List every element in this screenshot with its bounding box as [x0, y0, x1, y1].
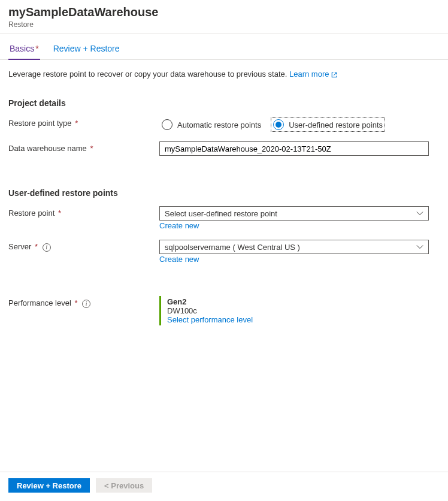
server-label: Server * i — [8, 240, 159, 252]
create-new-restore-point-link[interactable]: Create new — [159, 221, 199, 230]
required-asterisk: * — [56, 209, 61, 218]
create-new-server-link[interactable]: Create new — [159, 255, 199, 264]
page-header: mySampleDataWarehouse Restore — [0, 0, 448, 34]
radio-circle-icon — [273, 119, 284, 130]
page-subtitle: Restore — [8, 20, 440, 29]
info-icon[interactable]: i — [82, 300, 90, 308]
tab-basics-label: Basics — [10, 44, 34, 53]
performance-level-display: Gen2 DW100c Select performance level — [159, 296, 429, 325]
performance-gen: Gen2 — [167, 297, 429, 306]
chevron-down-icon — [416, 210, 423, 217]
footer-bar: Review + Restore < Previous — [0, 472, 448, 501]
radio-automatic-label: Automatic restore points — [177, 120, 261, 129]
tab-basics[interactable]: Basics* — [8, 43, 40, 59]
learn-more-link[interactable]: Learn more — [289, 70, 329, 79]
tab-review-restore-label: Review + Restore — [53, 44, 120, 53]
data-warehouse-name-input[interactable] — [159, 141, 429, 156]
required-asterisk: * — [35, 44, 38, 53]
tab-bar: Basics* Review + Restore — [0, 34, 448, 60]
previous-button: < Previous — [96, 478, 152, 493]
user-defined-heading: User-defined restore points — [8, 188, 440, 198]
info-icon[interactable]: i — [43, 243, 51, 252]
row-restore-point-type: Restore point type * Automatic restore p… — [8, 116, 440, 132]
server-select-value: sqlpoolservername ( West Central US ) — [165, 243, 300, 252]
project-details-heading: Project details — [8, 98, 440, 108]
required-asterisk: * — [72, 298, 78, 307]
performance-tier: DW100c — [167, 306, 429, 315]
description-text: Leverage restore point to recover or cop… — [8, 68, 440, 80]
required-asterisk: * — [88, 144, 93, 153]
review-restore-button[interactable]: Review + Restore — [8, 478, 90, 493]
row-data-warehouse-name: Data warehouse name * — [8, 141, 440, 156]
row-restore-point: Restore point * Select user-defined rest… — [8, 206, 440, 230]
required-asterisk: * — [32, 242, 38, 251]
tab-review-restore[interactable]: Review + Restore — [52, 43, 121, 59]
restore-point-type-label: Restore point type * — [8, 116, 159, 128]
row-server: Server * i sqlpoolservername ( West Cent… — [8, 240, 440, 264]
restore-point-select-placeholder: Select user-defined restore point — [165, 209, 277, 218]
restore-point-label: Restore point * — [8, 206, 159, 218]
performance-level-label: Performance level * i — [8, 296, 159, 308]
content-area: Leverage restore point to recover or cop… — [0, 60, 448, 325]
radio-automatic-restore-points[interactable]: Automatic restore points — [159, 117, 264, 132]
restore-point-select[interactable]: Select user-defined restore point — [159, 206, 429, 221]
radio-user-defined-restore-points[interactable]: User-defined restore points — [271, 117, 385, 132]
data-warehouse-name-label: Data warehouse name * — [8, 141, 159, 153]
radio-circle-icon — [162, 119, 172, 130]
required-asterisk: * — [73, 119, 78, 128]
page-title: mySampleDataWarehouse — [8, 4, 440, 20]
chevron-down-icon — [416, 243, 423, 251]
row-performance-level: Performance level * i Gen2 DW100c Select… — [8, 296, 440, 325]
radio-user-defined-label: User-defined restore points — [289, 120, 383, 129]
restore-point-type-options: Automatic restore points User-defined re… — [159, 116, 429, 132]
select-performance-level-link[interactable]: Select performance level — [167, 315, 253, 324]
external-link-icon — [331, 71, 338, 79]
server-select[interactable]: sqlpoolservername ( West Central US ) — [159, 240, 429, 254]
